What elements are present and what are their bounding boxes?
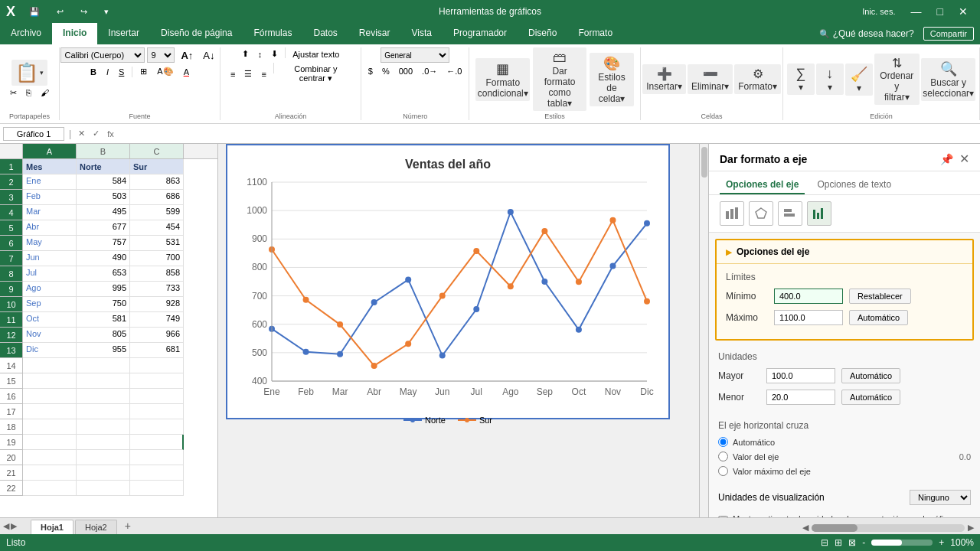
cell-B5[interactable]: 677 (77, 220, 130, 236)
row-header-18[interactable]: 18 (0, 419, 23, 435)
panel-icon-chart-btn[interactable] (807, 201, 831, 226)
quick-access-dropdown[interactable]: ▾ (98, 4, 115, 20)
sheet-tab-hoja2[interactable]: Hoja2 (75, 520, 117, 534)
layout-view-btn[interactable]: ⊞ (835, 537, 842, 548)
radio-value[interactable] (718, 452, 728, 461)
cell-C8[interactable]: 858 (130, 266, 184, 282)
format-table-btn[interactable]: 🗃 Dar formatocomo tabla▾ (533, 47, 586, 111)
cell-B14[interactable] (77, 358, 130, 373)
cell-C3[interactable]: 686 (130, 190, 184, 205)
cell-A1[interactable]: Mes (23, 159, 77, 174)
row-header-3[interactable]: 3 (0, 190, 23, 205)
panel-pin-btn[interactable]: 📌 (940, 152, 953, 166)
cell-C21[interactable] (130, 465, 184, 481)
cell-A9[interactable]: Ago (23, 282, 77, 297)
radio-max[interactable] (718, 466, 728, 476)
row-header-6[interactable]: 6 (0, 236, 23, 251)
clear-btn[interactable]: 🧹 ▾ (845, 64, 873, 96)
row-header-8[interactable]: 8 (0, 266, 23, 282)
col-header-B[interactable]: B (77, 144, 130, 158)
cell-B13[interactable]: 955 (77, 343, 130, 358)
paste-special-btn[interactable]: 🖌 (37, 86, 53, 99)
font-family-select[interactable]: Calibri (Cuerpo) (60, 47, 145, 63)
cell-A17[interactable] (23, 404, 77, 419)
merge-center-btn[interactable]: Combinar y centrar ▾ (277, 63, 354, 85)
cell-A22[interactable] (23, 481, 77, 496)
bold-btn[interactable]: B (87, 66, 100, 78)
cell-B11[interactable]: 581 (77, 312, 130, 328)
row-header-17[interactable]: 17 (0, 404, 23, 419)
cell-A10[interactable]: Sep (23, 297, 77, 312)
row-header-1[interactable]: 1 (0, 159, 23, 174)
sheet-scroll-left[interactable]: ◀ (3, 521, 9, 531)
cell-B8[interactable]: 653 (77, 266, 130, 282)
cell-B9[interactable]: 995 (77, 282, 130, 297)
row-header-22[interactable]: 22 (0, 481, 23, 496)
copy-btn[interactable]: ⎘ (22, 86, 35, 99)
cell-B7[interactable]: 490 (77, 251, 130, 266)
quick-redo-btn[interactable]: ↪ (74, 4, 93, 20)
cell-B22[interactable] (77, 481, 130, 496)
tab-revisar[interactable]: Revisar (348, 23, 401, 44)
minimize-btn[interactable]: — (905, 4, 928, 19)
cell-B10[interactable]: 750 (77, 297, 130, 312)
font-increase-btn[interactable]: A↑ (177, 48, 197, 63)
currency-btn[interactable]: $ (364, 65, 377, 77)
panel-icon-shape-btn[interactable] (749, 201, 773, 226)
cell-C19[interactable] (130, 435, 184, 450)
font-color-btn[interactable]: A (180, 66, 193, 78)
align-center-btn[interactable]: ☰ (240, 63, 256, 85)
insert-cells-btn[interactable]: ➕ Insertar▾ (642, 64, 686, 94)
maximo-auto-btn[interactable]: Automático (849, 310, 908, 325)
cell-C10[interactable]: 928 (130, 297, 184, 312)
number-format-select[interactable]: General (381, 47, 449, 63)
formula-cancel-btn[interactable]: ✕ (76, 129, 87, 139)
border-btn[interactable]: ⊞ (136, 65, 151, 78)
cell-A15[interactable] (23, 373, 77, 389)
menor-input[interactable] (766, 390, 835, 405)
cell-A5[interactable]: Abr (23, 220, 77, 236)
row-header-7[interactable]: 7 (0, 251, 23, 266)
menor-auto-btn[interactable]: Automático (841, 390, 900, 405)
cell-C5[interactable]: 454 (130, 220, 184, 236)
zoom-plus[interactable]: + (939, 537, 944, 548)
cell-B20[interactable] (77, 450, 130, 465)
tab-datos[interactable]: Datos (302, 23, 348, 44)
col-header-C[interactable]: C (130, 144, 184, 158)
panel-icon-bar-btn[interactable] (778, 201, 802, 226)
mayor-input[interactable] (766, 368, 835, 383)
tab-diseno-pagina[interactable]: Diseño de página (150, 23, 243, 44)
quick-save-btn[interactable]: 💾 (23, 4, 46, 20)
wrap-text-btn[interactable]: Ajustar texto (289, 47, 343, 60)
cell-C13[interactable]: 681 (130, 343, 184, 358)
cell-A11[interactable]: Oct (23, 312, 77, 328)
cell-A6[interactable]: May (23, 236, 77, 251)
cell-C16[interactable] (130, 389, 184, 404)
tab-programador[interactable]: Programador (443, 23, 518, 44)
cell-C11[interactable]: 749 (130, 312, 184, 328)
row-header-16[interactable]: 16 (0, 389, 23, 404)
formula-input[interactable] (119, 128, 977, 140)
comma-btn[interactable]: 000 (395, 65, 416, 77)
normal-view-btn[interactable]: ⊟ (821, 537, 828, 548)
tab-vista[interactable]: Vista (401, 23, 443, 44)
cell-B21[interactable] (77, 465, 130, 481)
increase-decimal-btn[interactable]: .0→ (418, 65, 441, 77)
cell-A4[interactable]: Mar (23, 205, 77, 220)
cell-A20[interactable] (23, 450, 77, 465)
formula-confirm-btn[interactable]: ✓ (90, 129, 102, 139)
chart-area[interactable]: Ventas del año 4005006007008009001000110… (226, 144, 670, 419)
cell-B12[interactable]: 805 (77, 328, 130, 343)
add-sheet-btn[interactable]: + (119, 517, 137, 534)
units-display-select[interactable]: Ninguno (910, 490, 971, 505)
cell-A8[interactable]: Jul (23, 266, 77, 282)
cell-B17[interactable] (77, 404, 130, 419)
row-header-10[interactable]: 10 (0, 297, 23, 312)
mayor-auto-btn[interactable]: Automático (841, 368, 900, 383)
row-header-12[interactable]: 12 (0, 328, 23, 343)
scroll-left-btn[interactable]: ◀ (802, 523, 808, 533)
tab-archivo[interactable]: Archivo (0, 23, 52, 44)
row-header-9[interactable]: 9 (0, 282, 23, 297)
autosum-btn[interactable]: ∑ ▾ (787, 64, 815, 95)
radio-auto[interactable] (718, 437, 728, 447)
